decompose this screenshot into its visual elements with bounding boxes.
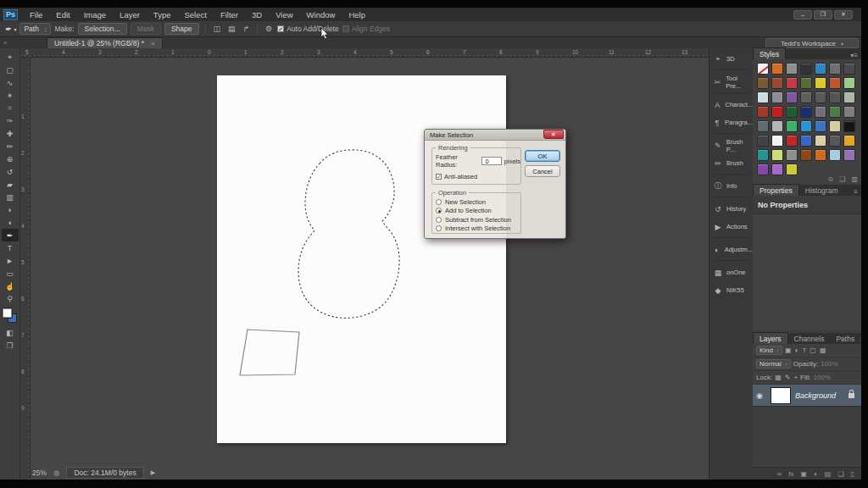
tool-mode-select[interactable]: Path ↕ — [19, 23, 51, 35]
menu-select[interactable]: Select — [177, 8, 213, 21]
panel-menu-icon[interactable]: ≡ — [854, 188, 861, 196]
screen-mode-button[interactable]: ❐ — [2, 339, 19, 352]
new-group-icon[interactable]: ▤ — [825, 470, 832, 478]
style-swatch[interactable] — [829, 77, 841, 89]
tab-properties[interactable]: Properties — [753, 184, 799, 196]
panel-3d[interactable]: ◓3D — [709, 50, 753, 68]
style-swatch[interactable] — [786, 164, 798, 175]
style-swatch[interactable] — [800, 135, 812, 147]
style-swatch[interactable] — [757, 106, 769, 118]
minimize-button[interactable]: – — [793, 10, 812, 19]
style-swatch[interactable] — [800, 106, 812, 118]
tab-close-icon[interactable]: × — [151, 40, 155, 47]
style-swatch[interactable] — [757, 164, 769, 175]
link-layers-icon[interactable]: ∞ — [777, 470, 782, 478]
layer-row-background[interactable]: ◉ Background — [753, 385, 861, 407]
menu-3d[interactable]: 3D — [245, 8, 269, 21]
style-swatch[interactable] — [771, 63, 783, 75]
clone-stamp-tool[interactable]: ⊕ — [2, 152, 19, 165]
style-swatch[interactable] — [771, 120, 783, 132]
kind-filter-select[interactable]: Kind ↕ — [756, 346, 782, 355]
style-swatch[interactable] — [829, 120, 841, 132]
lock-pixels-icon[interactable]: ✎ — [785, 374, 791, 381]
filter-shape-icon[interactable]: ▢ — [810, 347, 816, 354]
quick-selection-tool[interactable]: ✶ — [2, 89, 19, 102]
path-alignment-icon[interactable]: ▤ — [226, 25, 237, 33]
tab-channels[interactable]: Channels — [788, 333, 831, 344]
collapse-panels-icon[interactable]: « — [3, 39, 7, 47]
menu-layer[interactable]: Layer — [113, 8, 147, 21]
filter-pixel-icon[interactable]: ▣ — [785, 347, 792, 354]
style-swatch[interactable] — [786, 149, 798, 161]
vertical-ruler[interactable]: 123456789 — [20, 58, 31, 480]
close-button[interactable]: ✕ — [834, 10, 853, 19]
mask-button[interactable]: Mask — [131, 23, 161, 35]
healing-brush-tool[interactable]: ✚ — [2, 127, 19, 140]
style-swatch[interactable] — [786, 63, 798, 75]
gear-icon[interactable]: ⚙ — [264, 25, 274, 33]
style-swatch[interactable] — [843, 120, 855, 132]
style-swatch[interactable] — [771, 149, 783, 161]
blend-mode-select[interactable]: Normal ↕ — [756, 359, 791, 369]
ok-button[interactable]: OK — [525, 150, 560, 162]
lasso-tool[interactable]: ∿ — [2, 76, 19, 89]
style-swatch[interactable] — [786, 120, 798, 132]
style-swatch[interactable] — [800, 149, 812, 161]
style-swatch[interactable] — [771, 135, 783, 147]
panel-onone[interactable]: ▦onOne — [709, 263, 753, 281]
filter-smartobject-icon[interactable]: ▦ — [820, 347, 826, 354]
menu-window[interactable]: Window — [300, 8, 342, 21]
panel-brush-presets[interactable]: ✎Brush P... — [709, 136, 753, 154]
panel-tool-presets[interactable]: ✂Tool Pre... — [709, 73, 753, 91]
align-edges-checkbox[interactable]: Align Edges — [342, 25, 390, 33]
style-swatch[interactable] — [800, 92, 812, 103]
style-swatch[interactable] — [829, 106, 841, 118]
style-swatch[interactable] — [786, 77, 798, 89]
feather-radius-input[interactable]: 0 — [481, 157, 501, 165]
pen-tool[interactable]: ✒ — [2, 229, 19, 241]
new-style-icon[interactable]: ❏ — [839, 175, 845, 183]
layer-mask-icon[interactable]: ▣ — [800, 470, 807, 478]
document-tab[interactable]: Untitled-1 @ 25% (RGB/8) * × — [47, 37, 163, 48]
crop-tool[interactable]: ⌗ — [2, 102, 19, 114]
zoom-level[interactable]: 25% — [32, 469, 47, 477]
eraser-tool[interactable]: ▰ — [2, 178, 19, 191]
style-swatch[interactable] — [800, 120, 812, 132]
panel-paragraph[interactable]: ¶Paragra... — [709, 114, 753, 131]
layer-style-icon[interactable]: fx — [788, 470, 793, 478]
style-swatch[interactable] — [771, 106, 783, 118]
tab-layers[interactable]: Layers — [753, 332, 788, 344]
marquee-tool[interactable]: ▢ — [2, 64, 19, 76]
radio-new-selection[interactable]: New Selection — [432, 197, 520, 206]
style-swatch[interactable] — [815, 92, 826, 103]
fill-value[interactable]: 100% — [814, 374, 831, 381]
opacity-value[interactable]: 100% — [821, 360, 837, 368]
style-swatch[interactable] — [771, 77, 783, 89]
dialog-title-bar[interactable]: Make Selection ✕ — [425, 130, 565, 141]
adjustment-layer-icon[interactable]: ◐ — [814, 470, 818, 478]
cancel-button[interactable]: Cancel — [525, 165, 560, 177]
style-swatch[interactable] — [815, 63, 826, 75]
menu-file[interactable]: File — [23, 8, 49, 21]
horizontal-ruler[interactable]: 54321012345678910111213 — [20, 48, 709, 58]
panel-menu-icon[interactable]: ▾≡ — [850, 52, 861, 59]
path-selection-tool[interactable]: ► — [2, 254, 19, 267]
foreground-color-swatch[interactable] — [3, 308, 12, 318]
style-swatch[interactable] — [829, 63, 841, 75]
style-swatch[interactable] — [786, 106, 798, 118]
panel-info[interactable]: ⓘInfo — [709, 177, 753, 195]
style-swatch[interactable] — [757, 149, 769, 161]
tab-styles[interactable]: Styles — [753, 47, 786, 59]
anti-aliased-checkbox[interactable]: ✓ Anti-aliased — [432, 169, 520, 180]
lock-transparency-icon[interactable]: ▦ — [775, 374, 782, 381]
hand-tool[interactable]: ☝ — [2, 280, 19, 292]
style-swatch[interactable] — [786, 92, 798, 103]
eyedropper-tool[interactable]: ✑ — [2, 114, 19, 127]
path-operations-icon[interactable]: ◫ — [212, 25, 223, 33]
restore-button[interactable]: ❐ — [814, 10, 832, 19]
style-swatch[interactable] — [800, 77, 812, 89]
filter-type-icon[interactable]: T — [802, 347, 806, 354]
radio-subtract-from-selection[interactable]: Subtract from Selection — [432, 214, 520, 224]
style-swatch[interactable] — [815, 77, 826, 89]
panel-history[interactable]: ↺History — [709, 200, 753, 218]
